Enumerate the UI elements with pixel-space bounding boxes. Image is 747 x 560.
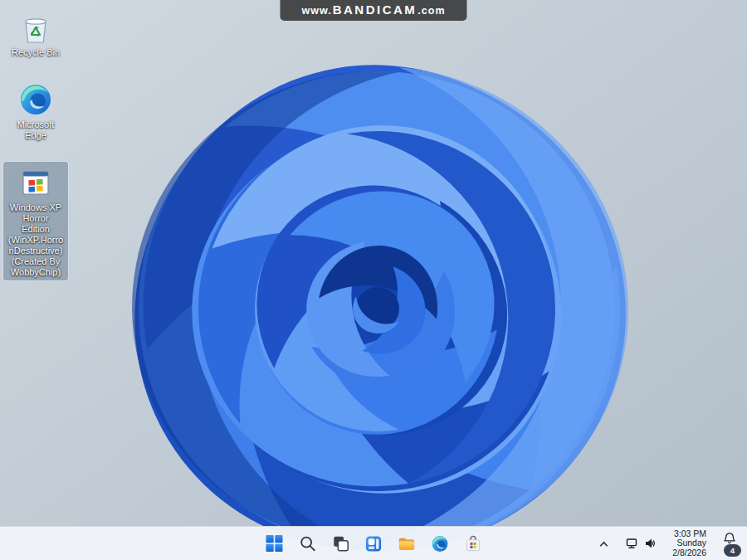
microsoft-store-icon xyxy=(464,534,483,553)
widgets-icon xyxy=(364,534,383,553)
watermark-suffix: .com xyxy=(417,5,445,17)
microsoft-store-button[interactable] xyxy=(459,529,488,558)
desktop-icon-column: Recycle Bin Microsoft Edge xyxy=(3,7,68,280)
desktop-icon-microsoft-edge[interactable]: Microsoft Edge xyxy=(3,79,68,144)
notification-bell-icon xyxy=(723,532,736,545)
tray-quick-settings[interactable] xyxy=(621,533,662,553)
winxp-setup-icon xyxy=(17,164,54,201)
search-icon xyxy=(298,534,316,553)
desktop: www. BANDICAM .com Recycle Bin xyxy=(0,0,747,560)
search-button[interactable] xyxy=(293,529,322,558)
desktop-icon-label: Microsoft Edge xyxy=(17,119,55,141)
taskbar-clock[interactable]: 3:03 PM Sunday 2/8/2026 xyxy=(669,528,710,559)
desktop-icon-winxp-horror[interactable]: Windows XP Horror Edition (WinXP.Horro n… xyxy=(3,162,68,280)
clock-date: 2/8/2026 xyxy=(672,548,706,558)
windows-logo-icon xyxy=(264,533,284,553)
bandicam-watermark: www. BANDICAM .com xyxy=(280,0,466,21)
edge-icon xyxy=(431,534,450,553)
file-explorer-button[interactable] xyxy=(393,529,422,558)
chevron-up-icon xyxy=(598,538,610,549)
widgets-button[interactable] xyxy=(359,529,388,558)
network-icon xyxy=(625,537,638,550)
recycle-bin-icon xyxy=(17,9,54,46)
notification-center-button[interactable]: 4 xyxy=(717,528,742,558)
file-explorer-icon xyxy=(398,534,417,553)
start-button[interactable] xyxy=(260,529,289,558)
volume-icon xyxy=(644,537,657,550)
taskbar: 3:03 PM Sunday 2/8/2026 4 xyxy=(0,526,747,560)
edge-button[interactable] xyxy=(426,529,455,558)
notification-count-badge: 4 xyxy=(724,544,741,557)
tray-chevron-button[interactable] xyxy=(594,535,613,553)
task-view-icon xyxy=(331,534,349,553)
desktop-icon-label: Windows XP Horror Edition (WinXP.Horro n… xyxy=(8,202,63,278)
desktop-icon-recycle-bin[interactable]: Recycle Bin xyxy=(3,7,68,61)
taskbar-center xyxy=(260,527,488,560)
edge-icon xyxy=(17,81,54,118)
watermark-prefix: www. xyxy=(301,5,331,17)
desktop-icon-label: Recycle Bin xyxy=(12,47,60,58)
taskbar-tray: 3:03 PM Sunday 2/8/2026 4 xyxy=(594,527,744,560)
watermark-name: BANDICAM xyxy=(333,2,417,17)
wallpaper-bloom xyxy=(0,0,747,560)
task-view-button[interactable] xyxy=(326,529,355,558)
